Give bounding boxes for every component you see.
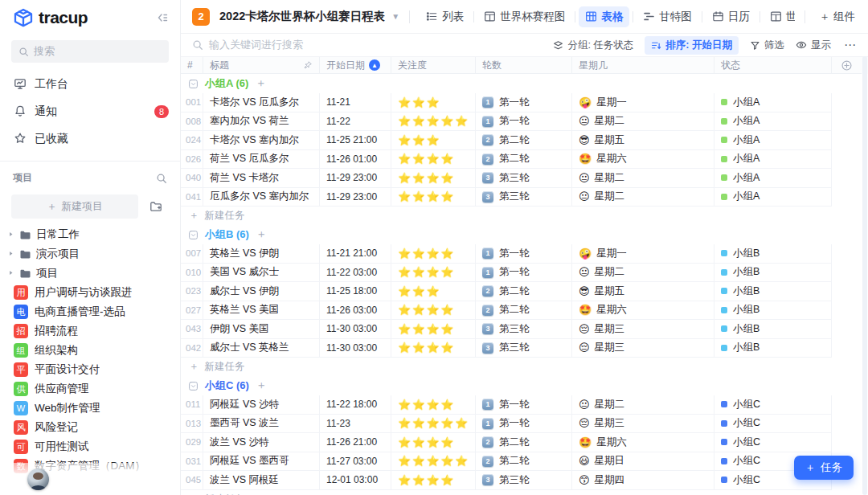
new-project-button[interactable]: ＋ 新建项目 bbox=[11, 194, 138, 219]
cell-stars[interactable]: ⭐⭐⭐⭐⭐ bbox=[391, 395, 476, 415]
star-filled-icon[interactable]: ⭐ bbox=[426, 342, 440, 354]
star-filled-icon[interactable]: ⭐ bbox=[426, 153, 440, 165]
tab-甘特图[interactable]: 甘特图 bbox=[637, 6, 698, 27]
star-empty-icon[interactable]: ⭐ bbox=[455, 399, 469, 411]
cell-title[interactable]: 伊朗 VS 美国 bbox=[203, 320, 320, 339]
tab-日历[interactable]: 日历 bbox=[706, 6, 756, 27]
table-row[interactable]: 001卡塔尔 VS 厄瓜多尔11-21⭐⭐⭐⭐⭐1第一轮🤪星期一小组A bbox=[181, 93, 868, 112]
cell-weekday[interactable]: 😙星期四 bbox=[572, 471, 714, 490]
star-empty-icon[interactable]: ⭐ bbox=[455, 190, 469, 202]
cell-title[interactable]: 荷兰 VS 厄瓜多尔 bbox=[203, 150, 320, 170]
column-header-3[interactable]: 关注度 bbox=[391, 57, 476, 74]
star-filled-icon[interactable]: ⭐ bbox=[426, 323, 440, 335]
group-collapse-icon[interactable] bbox=[188, 230, 199, 240]
cell-stars[interactable]: ⭐⭐⭐⭐⭐ bbox=[391, 320, 476, 339]
star-filled-icon[interactable]: ⭐ bbox=[412, 304, 427, 316]
star-filled-icon[interactable]: ⭐ bbox=[398, 172, 412, 184]
cell-status[interactable]: 小组A bbox=[714, 188, 832, 207]
star-filled-icon[interactable]: ⭐ bbox=[455, 417, 469, 429]
cell-start-date[interactable]: 11-25 18:00 bbox=[320, 282, 391, 301]
star-filled-icon[interactable]: ⭐ bbox=[412, 172, 427, 184]
cell-stars[interactable]: ⭐⭐⭐⭐⭐ bbox=[391, 471, 476, 490]
folder-item[interactable]: 日常工作 bbox=[0, 225, 180, 244]
star-filled-icon[interactable]: ⭐ bbox=[426, 455, 440, 467]
cell-status[interactable]: 小组B bbox=[714, 264, 832, 283]
star-empty-icon[interactable]: ⭐ bbox=[455, 285, 469, 297]
star-filled-icon[interactable]: ⭐ bbox=[455, 115, 469, 127]
star-empty-icon[interactable]: ⭐ bbox=[455, 248, 469, 260]
star-rating[interactable]: ⭐⭐⭐⭐⭐ bbox=[398, 116, 469, 126]
cell-title[interactable]: 威尔士 VS 英格兰 bbox=[203, 339, 320, 358]
column-header-4[interactable]: 轮数 bbox=[476, 57, 572, 74]
star-empty-icon[interactable]: ⭐ bbox=[440, 285, 455, 297]
cell-title[interactable]: 厄瓜多尔 VS 塞内加尔 bbox=[203, 188, 320, 207]
cell-round[interactable]: 3第三轮 bbox=[476, 471, 572, 490]
cell-status[interactable]: 小组A bbox=[714, 169, 832, 188]
cell-stars[interactable]: ⭐⭐⭐⭐⭐ bbox=[391, 244, 476, 264]
cell-weekday[interactable]: 😔星期三 bbox=[572, 415, 714, 434]
star-filled-icon[interactable]: ⭐ bbox=[398, 342, 412, 354]
star-filled-icon[interactable]: ⭐ bbox=[398, 436, 412, 448]
table-row[interactable]: 007英格兰 VS 伊朗11-21 21:00⭐⭐⭐⭐⭐1第一轮🤪星期一小组B bbox=[181, 244, 868, 264]
star-empty-icon[interactable]: ⭐ bbox=[455, 172, 469, 184]
star-empty-icon[interactable]: ⭐ bbox=[455, 153, 469, 165]
star-filled-icon[interactable]: ⭐ bbox=[398, 474, 412, 486]
star-filled-icon[interactable]: ⭐ bbox=[398, 96, 412, 108]
star-filled-icon[interactable]: ⭐ bbox=[440, 266, 455, 278]
user-avatar[interactable] bbox=[27, 468, 49, 490]
star-rating[interactable]: ⭐⭐⭐⭐⭐ bbox=[398, 97, 469, 108]
cell-weekday[interactable]: 😔星期三 bbox=[572, 320, 714, 339]
star-filled-icon[interactable]: ⭐ bbox=[426, 248, 440, 260]
cell-title[interactable]: 美国 VS 威尔士 bbox=[203, 264, 320, 283]
table-row[interactable]: 029波兰 VS 沙特11-26 21:00⭐⭐⭐⭐⭐2第二轮🤩星期六小组C bbox=[181, 433, 868, 452]
group-collapse-icon[interactable] bbox=[188, 79, 199, 89]
cell-weekday[interactable]: 😎星期五 bbox=[572, 282, 714, 301]
cell-stars[interactable]: ⭐⭐⭐⭐⭐ bbox=[391, 264, 476, 283]
star-filled-icon[interactable]: ⭐ bbox=[398, 285, 412, 297]
star-filled-icon[interactable]: ⭐ bbox=[426, 172, 440, 184]
star-filled-icon[interactable]: ⭐ bbox=[398, 190, 412, 202]
cell-round[interactable]: 2第二轮 bbox=[476, 150, 572, 170]
project-item[interactable]: 组组织架构 bbox=[0, 341, 180, 360]
star-empty-icon[interactable]: ⭐ bbox=[455, 474, 469, 486]
star-filled-icon[interactable]: ⭐ bbox=[398, 323, 412, 335]
cell-weekday[interactable]: 😐星期二 bbox=[572, 169, 714, 188]
cell-title[interactable]: 阿根廷 VS 沙特 bbox=[203, 395, 320, 415]
cell-status[interactable]: 小组B bbox=[714, 320, 832, 339]
cell-title[interactable]: 塞内加尔 VS 荷兰 bbox=[203, 112, 320, 132]
star-rating[interactable]: ⭐⭐⭐⭐⭐ bbox=[398, 305, 469, 315]
title-dropdown-icon[interactable]: ▼ bbox=[391, 12, 399, 21]
new-task-button[interactable]: ＋新建任务 bbox=[181, 358, 868, 376]
cell-round[interactable]: 2第二轮 bbox=[476, 282, 572, 301]
tab-表格[interactable]: 表格 bbox=[579, 6, 629, 27]
star-rating[interactable]: ⭐⭐⭐⭐⭐ bbox=[398, 267, 469, 277]
cell-status[interactable]: 小组A bbox=[714, 93, 832, 112]
star-filled-icon[interactable]: ⭐ bbox=[398, 399, 412, 411]
group-add-task-icon[interactable]: ＋ bbox=[255, 76, 266, 91]
star-filled-icon[interactable]: ⭐ bbox=[440, 248, 455, 260]
cell-title[interactable]: 卡塔尔 VS 厄瓜多尔 bbox=[203, 93, 320, 112]
table-row[interactable]: 008塞内加尔 VS 荷兰11-22⭐⭐⭐⭐⭐1第一轮😐星期二小组A bbox=[181, 112, 868, 132]
star-filled-icon[interactable]: ⭐ bbox=[412, 285, 427, 297]
star-filled-icon[interactable]: ⭐ bbox=[412, 342, 427, 354]
new-task-button[interactable]: ＋新建任务 bbox=[181, 207, 868, 225]
star-rating[interactable]: ⭐⭐⭐⭐⭐ bbox=[398, 173, 469, 183]
cell-weekday[interactable]: 🤩星期六 bbox=[572, 150, 714, 170]
cell-stars[interactable]: ⭐⭐⭐⭐⭐ bbox=[391, 282, 476, 301]
cell-title[interactable]: 英格兰 VS 美国 bbox=[203, 301, 320, 321]
star-filled-icon[interactable]: ⭐ bbox=[426, 474, 440, 486]
column-header-2[interactable]: 开始日期▲ bbox=[320, 57, 391, 74]
cell-title[interactable]: 墨西哥 VS 波兰 bbox=[203, 415, 320, 434]
star-empty-icon[interactable]: ⭐ bbox=[440, 134, 455, 146]
star-rating[interactable]: ⭐⭐⭐⭐⭐ bbox=[398, 248, 469, 259]
star-filled-icon[interactable]: ⭐ bbox=[440, 417, 455, 429]
cell-status[interactable]: 小组A bbox=[714, 150, 832, 170]
cell-start-date[interactable]: 11-26 01:00 bbox=[320, 150, 391, 170]
star-filled-icon[interactable]: ⭐ bbox=[440, 455, 455, 467]
star-filled-icon[interactable]: ⭐ bbox=[426, 96, 440, 108]
tab-世界杯赛程[interactable]: 世界杯赛程 bbox=[764, 6, 795, 27]
project-item[interactable]: 招招聘流程 bbox=[0, 321, 180, 341]
table-row[interactable]: 011阿根廷 VS 沙特11-22 18:00⭐⭐⭐⭐⭐1第一轮😐星期二小组C bbox=[181, 395, 868, 415]
cell-round[interactable]: 2第二轮 bbox=[476, 452, 572, 472]
cell-stars[interactable]: ⭐⭐⭐⭐⭐ bbox=[391, 339, 476, 358]
